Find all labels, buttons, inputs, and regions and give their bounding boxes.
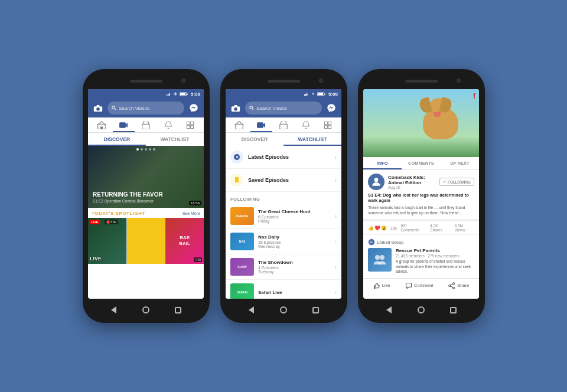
like-button[interactable]: Like [373,282,390,289]
nav-home-2[interactable] [228,121,250,132]
marketplace-icon-2 [279,121,288,129]
svg-rect-30 [236,124,243,129]
show-meta-2: 38 EpisodesWednesday [258,240,331,249]
show-info-2: Nas Daily 38 EpisodesWednesday [258,234,331,249]
phone-3-bottom-bar [361,302,481,316]
nav-video-2[interactable] [250,121,273,132]
tab-upnext[interactable]: UP NEXT [441,157,479,169]
spotlight-bg-2 [127,218,165,264]
show-thumb-inner-1: CHEESE [230,207,254,225]
camera-icon-btn-1[interactable] [92,102,105,115]
svg-rect-16 [191,122,194,125]
svg-rect-5 [187,93,188,94]
chevron-show-4: › [335,289,337,296]
svg-rect-15 [187,122,190,125]
see-more-btn[interactable]: See More [183,211,200,215]
signal-icon [167,92,171,96]
phone-3-notch [361,76,481,87]
share-button[interactable]: Share [448,282,469,289]
nav-home-1[interactable] [90,121,113,132]
svg-rect-36 [328,125,331,128]
messenger-icon-btn-1[interactable] [187,102,200,115]
play-icon-container [230,151,243,164]
tab-watchlist-2[interactable]: WATCHLIST [284,133,341,146]
svg-point-7 [96,107,100,110]
phone-2-bottom-bar [224,302,344,316]
nav-icons-1 [88,117,204,133]
chevron-show-3: › [335,264,337,270]
phone-3-speaker [405,80,438,83]
search-placeholder-2: Search Videos [256,106,287,111]
hero-video-1[interactable]: RETURNING THE FAVOR S1:E2 Operation Comb… [88,146,204,208]
svg-rect-1 [168,94,169,96]
svg-line-47 [451,286,453,287]
show-item-2[interactable]: NAS Nas Daily 38 EpisodesWednesday › [226,229,341,254]
live-text: LIVE [90,256,102,262]
group-card[interactable]: Rescue Pet Parents 21,493 members · 279 … [368,248,474,274]
tab-discover-1[interactable]: DISCOVER [88,133,146,146]
nav-marketplace-1[interactable] [135,121,157,132]
recents-button-3[interactable] [448,305,458,315]
svg-point-44 [453,287,455,289]
status-bar-1: 5:08 [88,89,204,99]
spotlight-item-1[interactable]: LIVE 🔴 5.5k LIVE [88,218,126,264]
saved-episodes-item[interactable]: Saved Episodes › [226,169,341,192]
show-meta-3: 4 EpisodesTuesday [258,266,331,274]
messenger-icon-btn-2[interactable] [325,102,338,115]
nav-notifications-1[interactable] [157,120,180,132]
latest-episodes-item[interactable]: Latest Episodes › [226,146,341,169]
tab-watchlist-1[interactable]: WATCHLIST [146,133,204,146]
home-icon-2 [234,121,244,129]
search-bar-1[interactable]: Search Videos [107,102,184,115]
recents-button-1[interactable] [173,305,183,315]
show-item-3[interactable]: SHOW The Showdown 4 EpisodesTuesday › [226,254,341,280]
spotlight-item-3[interactable]: BAEBAIL 7:28 [165,218,204,264]
phone-3-screen: f INFO COMMENTS UP NEXT Comeback Kids: A… [363,89,479,299]
spotlight-item-2[interactable] [127,218,165,264]
svg-point-9 [112,106,115,109]
home-button-1[interactable] [141,305,151,315]
phone-1: 5:08 Search Videos [83,69,210,323]
recents-button-2[interactable] [311,305,320,315]
back-button-3[interactable] [384,305,394,315]
home-button-3[interactable] [416,305,426,315]
svg-rect-17 [187,125,190,128]
video-dots [136,148,155,151]
dog-video[interactable]: f [363,89,479,157]
show-item-4[interactable]: SAFARI Safari Live › [226,280,341,299]
show-title-4: Safari Live [258,290,331,295]
show-title-1: The Great Cheese Hunt [258,209,331,214]
share-label: Share [457,283,469,288]
nav-marketplace-2[interactable] [272,121,295,132]
nav-notifications-2[interactable] [295,120,317,132]
show-avatar [368,174,384,190]
nav-menu-1[interactable] [179,121,201,132]
group-desc: A group for parents of shelter and rescu… [396,259,474,274]
back-button-1[interactable] [109,305,119,315]
search-icon-2 [249,106,254,110]
tab-info[interactable]: INFO [363,157,402,169]
search-bar-2[interactable]: Search Videos [245,102,322,115]
show-item-1[interactable]: CHEESE The Great Cheese Hunt 6 EpisodesF… [226,204,341,229]
nav-icons-2 [226,117,341,133]
home-button-2[interactable] [279,305,288,315]
camera-icon-btn-2[interactable] [229,102,242,115]
nav-menu-2[interactable] [317,121,339,132]
bookmark-icon [234,177,240,183]
svg-rect-2 [169,93,170,96]
svg-rect-14 [142,124,149,129]
dot-5 [153,148,155,151]
following-button[interactable]: ✓ FOLLOWING [439,178,474,186]
shares-count: 4.2K Shares [430,224,451,232]
back-button-2[interactable] [247,305,256,315]
nav-video-1[interactable] [113,121,135,132]
phone-1-screen: 5:08 Search Videos [88,89,204,299]
tab-comments[interactable]: COMMENTS [402,157,440,169]
show-thumb-inner-3: SHOW [230,258,254,276]
svg-rect-18 [191,125,194,128]
bell-icon-2 [302,120,310,129]
comment-button[interactable]: Comment [405,282,434,289]
tab-discover-2[interactable]: DISCOVER [226,133,284,146]
following-label: FOLLOWING [448,180,471,184]
phone-1-bottom-bar [86,302,206,316]
